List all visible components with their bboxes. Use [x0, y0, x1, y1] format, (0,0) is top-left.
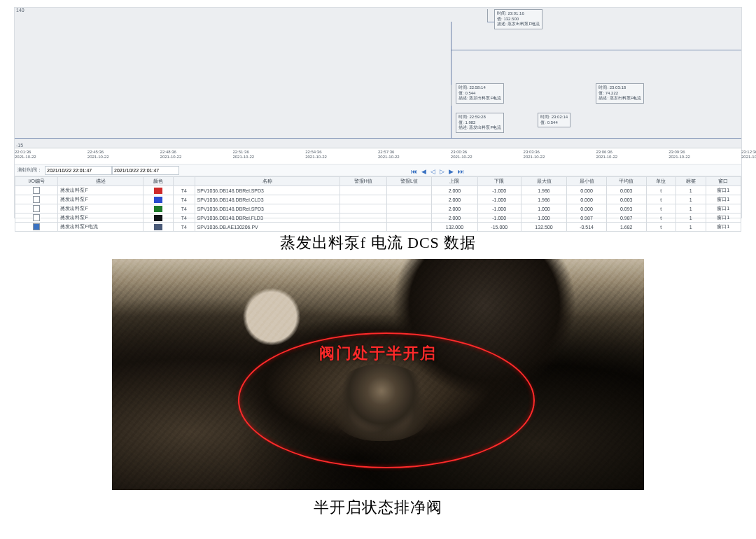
callout-desc: 蒸发出料泵F电流	[610, 96, 642, 100]
x-tick: 22:45:362021-10-22	[88, 150, 109, 160]
nav-icon[interactable]: ◀	[421, 168, 426, 175]
callout-1: 时间: 23:01:16 值: 132.500 描述: 蒸发出料泵F电流	[494, 9, 542, 29]
nav-icon[interactable]: ▷	[440, 168, 444, 175]
col-header: I/O编号	[15, 177, 58, 186]
document-page: 140 -15 时间: 23:01:16 值: 132.500 描述: 蒸发出料…	[0, 7, 756, 539]
callout-desc: 蒸发出料泵F电流	[469, 125, 501, 130]
y-min-label: -15	[16, 143, 23, 148]
timebar-label: 测针时间：	[15, 167, 45, 174]
table-row: 蒸发出料泵FT4SPV1036.DB148.DBRel.SPD32.000-1.…	[15, 204, 741, 214]
callout-time: 23:02:14	[552, 115, 568, 119]
x-axis: 22:01:362021-10-2222:45:362021-10-2222:4…	[15, 148, 741, 164]
col-header: 警报H值	[340, 177, 386, 186]
x-tick: 23:06:362021-10-22	[596, 150, 617, 160]
trend-chart: 140 -15 时间: 23:01:16 值: 132.500 描述: 蒸发出料…	[15, 8, 741, 148]
x-tick: 23:12:362021-10-22	[741, 150, 756, 160]
col-header: 最小值	[567, 177, 607, 186]
time-to-input[interactable]	[112, 166, 179, 175]
callout-time: 23:01:16	[507, 11, 524, 15]
callout-value: 0.544	[465, 91, 475, 95]
annotation-text: 阀门处于半开启	[319, 343, 437, 364]
callout-lead	[451, 85, 451, 106]
caption-1: 蒸发出料泵f 电流 DCS 数据	[0, 232, 756, 253]
callout-desc: 蒸发出料泵F电流	[469, 96, 501, 100]
x-tick: 22:48:362021-10-22	[160, 150, 182, 160]
time-from-input[interactable]	[45, 166, 112, 175]
signal-table: I/O编号描述颜色名称警报H值警报L值上限下限最大值最小值平均值单位标签窗口 蒸…	[15, 176, 741, 232]
table-row: 蒸发出料泵FT4SPV1036.DB148.DBRel.CLD32.000-1.…	[15, 195, 741, 204]
callout-value: 74.222	[606, 91, 618, 95]
col-header: 窗口	[706, 177, 741, 186]
callout-value: 132.500	[503, 17, 519, 21]
color-swatch	[154, 215, 162, 221]
color-swatch	[154, 224, 162, 230]
callout-lead	[487, 9, 488, 22]
callout-5: 时间: 23:03:18 值: 74.222 描述: 蒸发出料泵F电流	[596, 83, 644, 104]
row-checkbox[interactable]	[33, 205, 40, 212]
time-bar: 测针时间： ⏮◀◁▷▶⏭	[15, 164, 741, 176]
color-swatch	[154, 206, 162, 212]
col-header: 最大值	[521, 177, 566, 186]
color-swatch	[154, 197, 162, 203]
row-checkbox[interactable]	[33, 196, 40, 203]
nav-icons: ⏮◀◁▷▶⏭	[409, 164, 466, 176]
col-header: 下限	[477, 177, 521, 186]
x-tick: 22:51:362021-10-22	[232, 150, 254, 160]
y-max-label: 140	[16, 8, 24, 13]
callout-2: 时间: 22:58:14 值: 0.544 描述: 蒸发出料泵F电流	[456, 83, 504, 104]
callout-3: 时间: 22:59:28 值: 1.982 描述: 蒸发出料泵F电流	[456, 113, 504, 133]
trace-baseline	[15, 138, 741, 139]
col-header: 颜色	[144, 177, 174, 186]
dcs-screenshot: 140 -15 时间: 23:01:16 值: 132.500 描述: 蒸发出料…	[14, 7, 742, 218]
row-checkbox[interactable]	[33, 214, 40, 221]
x-tick: 22:54:362021-10-22	[305, 150, 327, 160]
callout-time: 22:58:14	[469, 85, 485, 90]
x-tick: 23:00:362021-10-22	[451, 150, 472, 160]
valve-photo: 阀门处于半开启	[112, 259, 644, 490]
nav-icon[interactable]: ⏭	[458, 168, 464, 175]
row-checkbox[interactable]	[33, 223, 40, 230]
callout-4: 时间: 23:02:14 值: 0.544	[538, 113, 570, 127]
col-header: 名称	[195, 177, 340, 186]
col-header: 上限	[432, 177, 477, 186]
callout-time: 23:03:18	[610, 85, 626, 90]
trace-step	[451, 22, 451, 139]
table-header-row: I/O编号描述颜色名称警报H值警报L值上限下限最大值最小值平均值单位标签窗口	[15, 177, 741, 186]
callout-value: 0.544	[547, 120, 558, 125]
col-header: 标签	[676, 177, 706, 186]
trace-high	[451, 50, 741, 51]
nav-icon[interactable]: ⏮	[411, 168, 417, 175]
color-swatch	[154, 188, 162, 194]
table-row: 蒸发出料泵FT4SPV1036.DB148.DBRel.FLD32.000-1.…	[15, 214, 741, 223]
x-tick: 23:03:362021-10-22	[524, 150, 545, 160]
x-tick: 22:57:362021-10-22	[378, 150, 400, 160]
col-header: 警报L值	[386, 177, 432, 186]
col-header: 平均值	[606, 177, 646, 186]
callout-time: 22:59:28	[469, 115, 485, 119]
callout-value: 1.982	[465, 120, 475, 125]
col-header	[173, 177, 195, 186]
x-tick: 22:01:362021-10-22	[15, 150, 36, 160]
nav-icon[interactable]: ◁	[430, 168, 435, 175]
nav-icon[interactable]: ▶	[449, 168, 454, 175]
caption-2: 半开启状态排净阀	[0, 497, 756, 518]
callout-desc: 蒸发出料泵F电流	[507, 22, 540, 26]
table-row: 蒸发出料泵FT4SPV1036.DB148.DBRel.SPD32.000-1.…	[15, 186, 741, 195]
table-row: 蒸发出料泵F电流T4SPV1036.DB.AE130206.PV132.000-…	[15, 223, 741, 232]
col-header: 单位	[646, 177, 676, 186]
x-tick: 23:09:362021-10-22	[668, 150, 690, 160]
row-checkbox[interactable]	[33, 187, 40, 194]
col-header: 描述	[58, 177, 144, 186]
